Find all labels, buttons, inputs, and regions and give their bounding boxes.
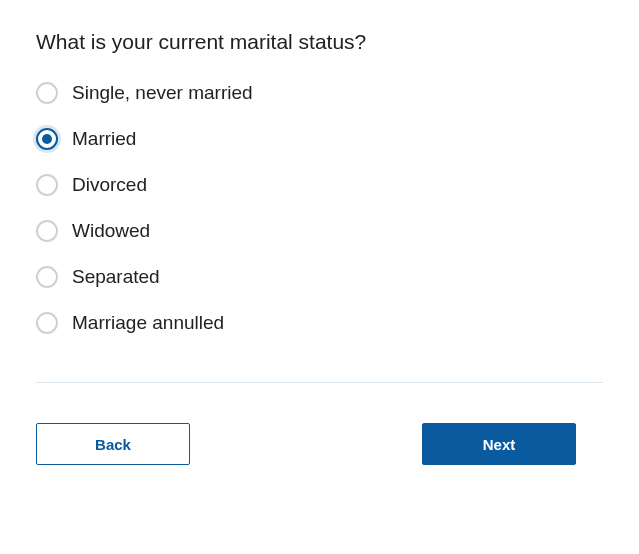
radio-button[interactable] xyxy=(36,266,58,288)
back-button[interactable]: Back xyxy=(36,423,190,465)
radio-option-married[interactable]: Married xyxy=(36,128,603,150)
radio-label: Married xyxy=(72,128,136,150)
radio-option-divorced[interactable]: Divorced xyxy=(36,174,603,196)
radio-label: Single, never married xyxy=(72,82,253,104)
radio-button[interactable] xyxy=(36,220,58,242)
radio-option-annulled[interactable]: Marriage annulled xyxy=(36,312,603,334)
radio-option-widowed[interactable]: Widowed xyxy=(36,220,603,242)
divider xyxy=(36,382,603,383)
radio-button[interactable] xyxy=(36,174,58,196)
radio-label: Separated xyxy=(72,266,160,288)
radio-button[interactable] xyxy=(36,312,58,334)
radio-label: Marriage annulled xyxy=(72,312,224,334)
radio-label: Widowed xyxy=(72,220,150,242)
radio-group: Single, never married Married Divorced W… xyxy=(36,82,603,334)
next-button[interactable]: Next xyxy=(422,423,576,465)
radio-option-separated[interactable]: Separated xyxy=(36,266,603,288)
radio-label: Divorced xyxy=(72,174,147,196)
question-title: What is your current marital status? xyxy=(36,30,603,54)
radio-button[interactable] xyxy=(36,82,58,104)
button-row: Back Next xyxy=(36,423,576,465)
radio-option-single[interactable]: Single, never married xyxy=(36,82,603,104)
radio-button[interactable] xyxy=(36,128,58,150)
